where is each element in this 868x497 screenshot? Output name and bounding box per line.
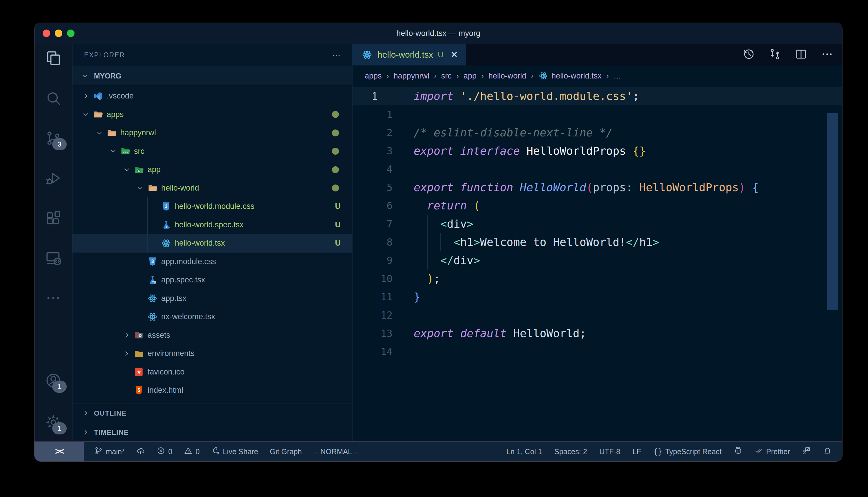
tree-item-label: hello-world.tsx — [175, 239, 225, 247]
activity-item-search[interactable] — [44, 89, 63, 108]
status-item-publish-changes[interactable] — [136, 446, 145, 457]
code-editor[interactable]: 1import './hello-world.module.css';12/* … — [353, 86, 842, 361]
breadcrumb-item-happynrwl[interactable]: happynrwl — [394, 72, 429, 81]
folder-env-icon — [133, 347, 145, 360]
tree-item-app-module-css[interactable]: 3app.module.css — [72, 253, 352, 271]
activity-item-source-control[interactable]: 3 — [44, 129, 63, 148]
breadcrumb-item-apps[interactable]: apps — [365, 72, 382, 81]
explorer-more-icon[interactable]: ⋯ — [332, 50, 341, 60]
test-icon: TS — [160, 218, 173, 231]
prettier-icon — [755, 446, 763, 457]
tree-item--vscode[interactable]: .vscode — [72, 87, 352, 105]
status-item-feedback[interactable] — [802, 446, 811, 457]
timeline-label: TIMELINE — [94, 428, 129, 437]
activity-item-more-views[interactable] — [44, 289, 63, 308]
tree-item-app[interactable]: ⚙app — [72, 160, 352, 179]
activity-item-remote-explorer[interactable] — [44, 250, 63, 268]
tree-item-hello-world[interactable]: hello-world — [72, 179, 352, 198]
timeline-section-header[interactable]: TIMELINE — [72, 423, 352, 442]
status-item-git-graph[interactable]: Git Graph — [270, 448, 302, 456]
titlebar[interactable]: hello-world.tsx — myorg — [35, 23, 842, 44]
svg-text:</>: </> — [123, 151, 128, 154]
remote-indicator[interactable]: >< — [35, 442, 84, 462]
breadcrumb-item-hello-world[interactable]: hello-world — [488, 72, 526, 81]
status-item-eol[interactable]: LF — [633, 448, 641, 456]
breadcrumb-item-app[interactable]: app — [464, 72, 477, 81]
breadcrumb-item-hello-world-tsx[interactable]: hello-world.tsx — [538, 71, 602, 81]
tree-item-happynrwl[interactable]: happynrwl — [72, 124, 352, 142]
tree-item-src[interactable]: </>src — [72, 142, 352, 161]
tree-item-hello-world-spec-tsx[interactable]: TShello-world.spec.tsxU — [72, 216, 352, 234]
status-item-indentation[interactable]: Spaces: 2 — [554, 448, 587, 456]
indent-spacer — [135, 293, 146, 304]
breadcrumb-separator: › — [531, 72, 534, 81]
react-icon — [146, 292, 159, 305]
more-actions-button[interactable] — [821, 48, 833, 62]
tree-item-assets[interactable]: assets — [72, 326, 352, 345]
tab-hello-world-tsx[interactable]: hello-world.tsx U ✕ — [353, 44, 466, 66]
status-item-git-branch[interactable]: main* — [94, 446, 125, 457]
tree-item-hello-world-tsx[interactable]: hello-world.tsxU — [72, 234, 352, 253]
split-editor-button[interactable] — [795, 48, 808, 62]
tree-item-index-html[interactable]: 5index.html — [72, 381, 352, 400]
code-line: 4 — [353, 160, 842, 179]
status-item-errors[interactable]: 0 — [156, 446, 172, 457]
code-token: Welcome to HelloWorld! — [480, 236, 626, 248]
code-token: > — [473, 254, 480, 267]
zoom-button[interactable] — [67, 30, 74, 37]
outline-section-header[interactable]: OUTLINE — [72, 403, 352, 423]
open-changes-button[interactable] — [769, 48, 781, 62]
tree-item-nx-welcome-tsx[interactable]: nx-welcome.tsx — [72, 308, 352, 326]
tree-item-apps[interactable]: apps — [72, 105, 352, 124]
activity-item-settings[interactable]: 1 — [44, 414, 63, 432]
tree-item-app-spec-tsx[interactable]: TSapp.spec.tsx — [72, 271, 352, 289]
tree-item-favicon-ico[interactable]: ★favicon.ico — [72, 363, 352, 381]
status-item-encoding[interactable]: UTF-8 — [599, 448, 620, 456]
workspace-section-header[interactable]: MYORG — [72, 66, 352, 86]
code-line: 7 <div> — [353, 215, 842, 233]
minimize-button[interactable] — [55, 30, 62, 37]
status-item-formatter-prettier[interactable]: Prettier — [755, 446, 790, 457]
status-item-extension-face[interactable] — [734, 446, 743, 457]
code-token: div — [447, 217, 467, 230]
tree-item-hello-world-module-css[interactable]: 3hello-world.module.cssU — [72, 197, 352, 216]
indent-spacer — [148, 219, 160, 230]
status-item-vim-mode[interactable]: -- NORMAL -- — [313, 448, 359, 456]
line-number: 11 — [353, 288, 392, 306]
status-item-notifications[interactable] — [823, 446, 832, 457]
tree-item-app-tsx[interactable]: app.tsx — [72, 289, 352, 308]
close-button[interactable] — [43, 30, 50, 37]
status-item-cursor-position[interactable]: Ln 1, Col 1 — [507, 448, 542, 456]
more-icon — [45, 289, 62, 308]
html5-icon: 5 — [133, 384, 145, 397]
code-token: HelloWorld — [520, 181, 586, 194]
code-token: HelloWorldProps — [639, 181, 739, 194]
code-line: 11} — [353, 288, 842, 306]
activity-item-extensions[interactable] — [44, 209, 63, 228]
scrollbar-thumb[interactable] — [827, 113, 838, 310]
breadcrumb-item--[interactable]: … — [614, 72, 621, 81]
code-token: function — [460, 181, 513, 194]
folder-src-icon: </> — [119, 145, 132, 158]
activity-item-accounts[interactable]: 1 — [44, 372, 63, 390]
open-timeline-button[interactable] — [743, 48, 755, 62]
chevron-right-icon — [80, 90, 92, 102]
activity-item-run-debug[interactable] — [44, 169, 63, 188]
outline-label: OUTLINE — [94, 409, 126, 417]
code-line: 1import './hello-world.module.css'; — [353, 87, 842, 105]
git-untracked-badge: U — [335, 202, 341, 211]
status-item-warnings[interactable]: 0 — [184, 446, 199, 457]
activity-item-explorer[interactable] — [44, 49, 63, 68]
code-token: > — [473, 236, 480, 248]
code-token: ) — [427, 272, 434, 285]
breadcrumb-item-src[interactable]: src — [441, 72, 452, 81]
react-icon — [538, 71, 549, 81]
status-item-language-mode[interactable]: {}TypeScript React — [653, 447, 721, 456]
close-icon[interactable]: ✕ — [451, 49, 458, 60]
code-token: ( — [473, 199, 480, 212]
status-item-label: Live Share — [223, 448, 258, 456]
status-item-live-share[interactable]: Live Share — [211, 446, 258, 457]
tree-item-label: apps — [107, 110, 124, 119]
tree-item-environments[interactable]: environments — [72, 344, 352, 363]
code-line: 5export function HelloWorld(props: Hello… — [353, 179, 842, 197]
